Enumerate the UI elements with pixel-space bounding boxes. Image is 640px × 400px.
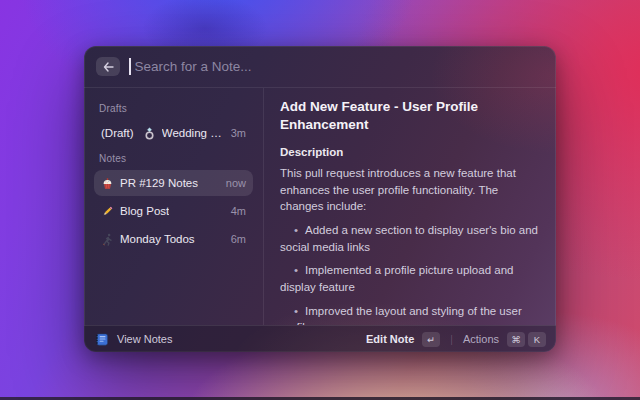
note-item-timestamp: 6m (231, 233, 246, 245)
runner-icon (101, 233, 114, 246)
section-label-drafts: Drafts (99, 103, 248, 114)
action-bar: View Notes Edit Note ↵ | Actions ⌘K (84, 325, 556, 352)
actions-button[interactable]: Actions (463, 333, 499, 345)
view-notes-label: View Notes (117, 333, 172, 345)
note-bullet-item: •Improved the layout and styling of the … (280, 303, 540, 325)
pencil-icon (101, 205, 114, 218)
note-item-timestamp: now (226, 177, 246, 189)
edit-note-button[interactable]: Edit Note (366, 333, 414, 345)
bullet-dot: • (294, 305, 298, 317)
note-item-timestamp: 4m (231, 205, 246, 217)
cupcake-icon (101, 177, 114, 190)
actions-key[interactable]: K (528, 332, 546, 347)
search-input[interactable] (135, 59, 545, 74)
note-body: DescriptionThis pull request introduces … (280, 146, 540, 325)
note-item-title: Blog Post (120, 205, 169, 217)
draft-prefix: (Draft) (101, 127, 137, 139)
note-item-timestamp: 3m (231, 127, 246, 139)
edit-note-key[interactable]: ↵ (422, 332, 440, 347)
text-caret (129, 58, 131, 75)
note-item-title: PR #129 Notes (120, 177, 198, 189)
edit-note-shortcut: ↵ (422, 332, 440, 347)
note-paragraph: This pull request introduces a new featu… (280, 165, 540, 215)
back-arrow-icon (103, 62, 114, 72)
bullet-dot: • (294, 224, 298, 236)
note-bullet-item: •Added a new section to display user's b… (280, 222, 540, 255)
note-bullet-item: •Implemented a profile picture upload an… (280, 262, 540, 295)
ring-icon (143, 127, 156, 140)
note-item-title: Wedding Gift Ideas (162, 127, 225, 139)
note-list-item[interactable]: (Draft) Wedding Gift Ideas3m (94, 120, 253, 146)
notes-launcher-window: Drafts(Draft) Wedding Gift Ideas3mNotesP… (84, 46, 556, 352)
notebook-icon (94, 332, 109, 347)
back-button[interactable] (96, 57, 120, 76)
section-label-notes: Notes (99, 153, 248, 164)
note-section-heading: Description (280, 146, 540, 158)
note-title: Add New Feature - User Profile Enhanceme… (280, 98, 540, 133)
note-list-item[interactable]: PR #129 Notesnow (94, 170, 253, 196)
notes-list-sidebar: Drafts(Draft) Wedding Gift Ideas3mNotesP… (84, 88, 264, 325)
window-body: Drafts(Draft) Wedding Gift Ideas3mNotesP… (84, 88, 556, 325)
actions-shortcut: ⌘K (507, 332, 546, 347)
bullet-dot: • (294, 264, 298, 276)
note-list-item[interactable]: Blog Post4m (94, 198, 253, 224)
note-preview-pane: Add New Feature - User Profile Enhanceme… (264, 88, 556, 325)
search-bar (84, 46, 556, 88)
footer-divider: | (450, 334, 453, 345)
actions-key[interactable]: ⌘ (507, 332, 525, 347)
note-list-item[interactable]: Monday Todos6m (94, 226, 253, 252)
desktop-wallpaper: Drafts(Draft) Wedding Gift Ideas3mNotesP… (0, 0, 640, 400)
note-item-title: Monday Todos (120, 233, 195, 245)
